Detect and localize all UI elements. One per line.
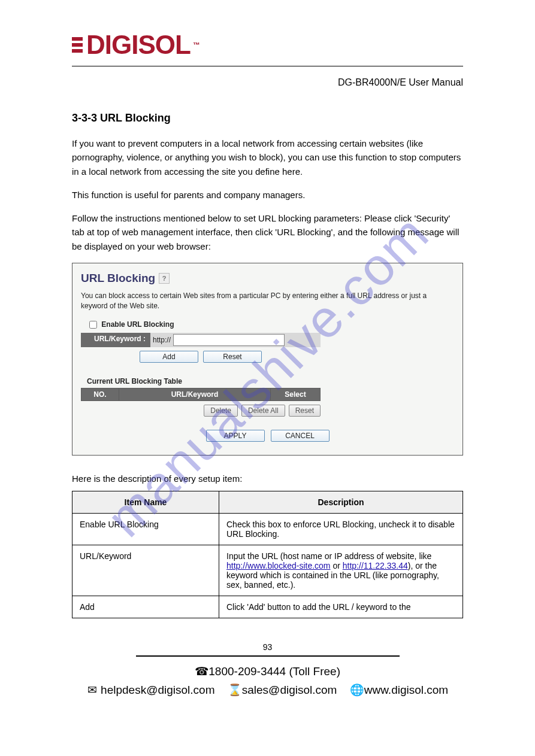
globe-icon: 🌐 [350, 681, 361, 699]
header-rule [72, 66, 463, 66]
logo-tm: ™ [193, 41, 200, 49]
mail-icon: ✉ [87, 681, 98, 699]
page-footer: ☎ 1800-209-3444 (Toll Free) ✉ helpdesk@d… [72, 663, 463, 699]
example-link-2[interactable]: http://11.22.33.44 [343, 561, 408, 570]
footer-helpdesk: helpdesk@digisol.com [101, 684, 214, 696]
head-item: Item Name [72, 491, 219, 514]
url-keyword-label: URL/Keyword : [81, 333, 150, 347]
cell-item: URL/Keyword [72, 545, 219, 596]
phone-icon: ☎ [195, 663, 205, 681]
http-prefix: http:// [153, 336, 171, 344]
section-heading: 3-3-3 URL Blocking [72, 112, 463, 125]
delete-all-button[interactable]: Delete All [241, 405, 285, 417]
intro-paragraph-2: This function is useful for parents and … [72, 188, 463, 202]
blocking-table: NO. URL/Keyword Select [81, 388, 321, 401]
table-row: Enable URL Blocking Check this box to en… [72, 514, 463, 545]
table-intro: Here is the description of every setup i… [72, 473, 463, 484]
enable-url-blocking-checkbox[interactable] [89, 321, 97, 329]
footer-sales: sales@digisol.com [242, 684, 337, 696]
cell-desc: Check this box to enforce URL Blocking, … [219, 514, 463, 545]
cell-desc: Click 'Add' button to add the URL / keyw… [219, 596, 463, 618]
table-row: URL/Keyword Input the URL (host name or … [72, 545, 463, 596]
col-no: NO. [81, 388, 119, 401]
panel-description: You can block access to certain Web site… [81, 291, 454, 311]
table-row: Add Click 'Add' button to add the URL / … [72, 596, 463, 618]
col-select: Select [271, 388, 321, 401]
head-desc: Description [219, 491, 463, 514]
router-ui-screenshot: URL Blocking ? You can block access to c… [72, 263, 463, 456]
url-keyword-input[interactable] [173, 334, 285, 346]
footer-phone: 1800-209-3444 (Toll Free) [208, 665, 340, 678]
cell-item: Enable URL Blocking [72, 514, 219, 545]
enable-label: Enable URL Blocking [101, 320, 174, 329]
reset-table-button[interactable]: Reset [289, 405, 321, 417]
logo-bars-icon [72, 37, 83, 53]
instruction-text: Follow the instructions mentioned below … [72, 211, 463, 253]
footer-rule [136, 655, 400, 657]
apply-button[interactable]: APPLY [206, 430, 265, 442]
reset-button[interactable]: Reset [203, 351, 262, 363]
cell-desc: Input the URL (host name or IP address o… [219, 545, 463, 596]
brand-logo: DIGISOL™ [72, 30, 463, 60]
intro-paragraph: If you want to prevent computers in a lo… [72, 136, 463, 178]
col-url: URL/Keyword [119, 388, 271, 401]
description-table: Item Name Description Enable URL Blockin… [72, 491, 463, 618]
cancel-button[interactable]: CANCEL [271, 430, 330, 442]
delete-button[interactable]: Delete [204, 405, 238, 417]
hourglass-icon: ⌛ [228, 681, 238, 699]
footer-web: www.digisol.com [364, 684, 448, 696]
page-number: 93 [72, 642, 463, 652]
table-caption: Current URL Blocking Table [87, 377, 454, 385]
panel-title: URL Blocking [81, 272, 155, 285]
add-button[interactable]: Add [140, 351, 198, 363]
help-icon[interactable]: ? [159, 273, 170, 284]
example-link[interactable]: http://www.blocked-site.com [226, 561, 331, 570]
logo-text: DIGISOL [86, 30, 191, 60]
document-title: DG-BR4000N/E User Manual [72, 77, 463, 88]
cell-item: Add [72, 596, 219, 618]
